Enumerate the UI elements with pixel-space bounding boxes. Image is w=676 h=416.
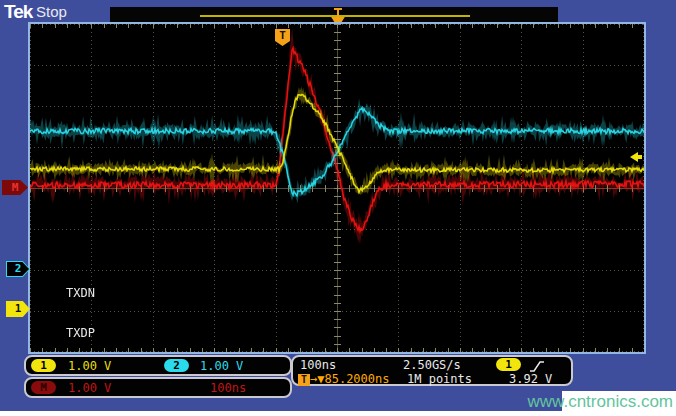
trigger-position-value: 85.2000ns — [324, 372, 389, 386]
math-timebase: 100ns — [210, 381, 246, 395]
watermark-text: www.cntronics.com — [528, 392, 673, 412]
trigger-position-readout: T→▼85.2000ns — [298, 372, 390, 386]
trigger-source-badge[interactable]: 1 — [496, 358, 521, 371]
horizontal-trigger-readout[interactable]: 100ns 2.50GS/s 1 T→▼85.2000ns 1M points … — [291, 355, 573, 386]
channel2-position-marker-label: 2 — [7, 262, 29, 276]
tek-logo: Tek — [4, 1, 32, 23]
math-scale-readout[interactable]: M 1.00 V 100ns — [24, 377, 292, 398]
waveform-canvas[interactable] — [30, 24, 644, 352]
math-position-marker[interactable]: M — [2, 180, 28, 195]
math-badge[interactable]: M — [31, 381, 56, 394]
channel1-badge[interactable]: 1 — [31, 359, 56, 372]
oscilloscope-screen: Tek Stop T TXDN TXDP M 2 1 1 1.00 V 2 1.… — [0, 0, 676, 416]
channel1-scale: 1.00 V — [68, 359, 111, 373]
trace-label-txdp: TXDP — [66, 326, 95, 340]
trigger-level-arrow-icon[interactable] — [629, 148, 643, 167]
vertical-scale-readout[interactable]: 1 1.00 V 2 1.00 V — [24, 355, 292, 376]
trace-label-txdn: TXDN — [66, 286, 95, 300]
trigger-level-value: 3.92 V — [509, 372, 552, 386]
channel1-position-marker[interactable]: 1 — [6, 301, 30, 317]
math-scale: 1.00 V — [68, 381, 111, 395]
channel2-badge[interactable]: 2 — [164, 359, 189, 372]
sample-rate-value: 2.50GS/s — [403, 358, 461, 372]
acquisition-status: Stop — [36, 3, 67, 20]
trigger-t-icon: T — [298, 374, 310, 386]
record-length-value: 1M points — [407, 372, 472, 386]
timebase-value: 100ns — [300, 358, 336, 372]
waveform-display[interactable]: T TXDN TXDP — [28, 22, 646, 354]
channel2-scale: 1.00 V — [200, 359, 243, 373]
channel2-position-marker[interactable]: 2 — [6, 261, 30, 277]
